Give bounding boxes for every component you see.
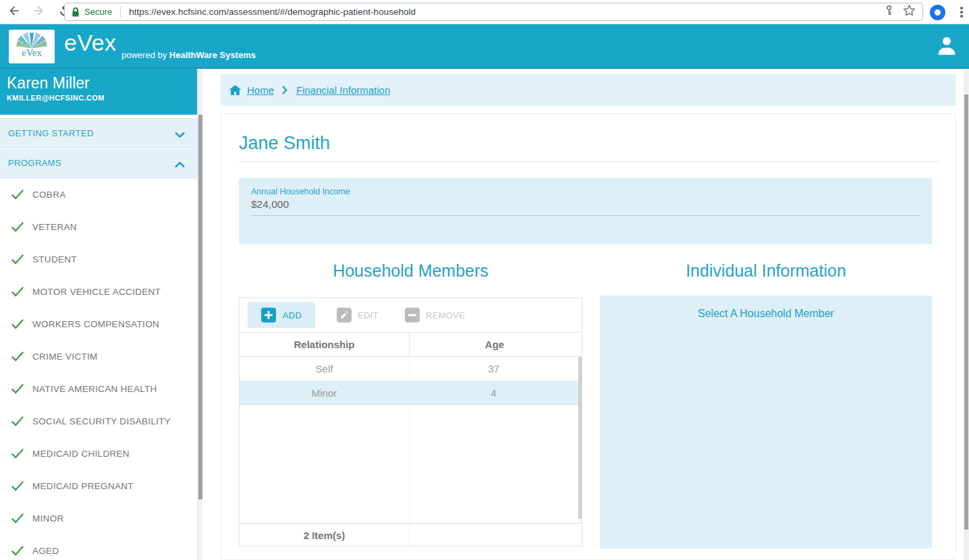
check-icon bbox=[11, 254, 26, 264]
plus-icon bbox=[261, 308, 276, 323]
cell-relationship: Self bbox=[240, 357, 409, 381]
url-divider bbox=[120, 7, 121, 18]
sidebar-item-minor[interactable]: MINOR bbox=[0, 502, 197, 534]
lock-icon bbox=[72, 7, 80, 18]
add-button[interactable]: ADD bbox=[248, 302, 315, 328]
sidebar-item-workers-compensation[interactable]: WORKERS COMPENSATION bbox=[0, 308, 197, 340]
accordion-getting-started[interactable]: GETTING STARTED bbox=[0, 118, 197, 148]
program-label: WORKERS COMPENSATION bbox=[32, 319, 159, 329]
sidebar-item-medicaid-pregnant[interactable]: MEDICAID PREGNANT bbox=[0, 470, 197, 502]
page: Secure https://evex.hcfsinc.com/assessme… bbox=[0, 0, 969, 560]
table-scrollbar-thumb[interactable] bbox=[578, 357, 582, 519]
program-label: COBRA bbox=[32, 190, 66, 200]
program-label: AGED bbox=[32, 546, 59, 556]
cell-age: 37 bbox=[409, 357, 578, 381]
sidebar-scrollbar[interactable] bbox=[197, 69, 202, 560]
forward-button[interactable] bbox=[31, 5, 46, 20]
password-key-icon[interactable] bbox=[883, 5, 895, 19]
table-header-row: Relationship Age bbox=[240, 333, 582, 357]
content-card: Jane Smith Annual Household Income $24,0… bbox=[221, 113, 956, 560]
pencil-icon bbox=[337, 308, 352, 323]
check-icon bbox=[11, 351, 26, 362]
browser-toolbar: Secure https://evex.hcfsinc.com/assessme… bbox=[0, 0, 969, 24]
column-header-age[interactable]: Age bbox=[410, 333, 580, 356]
individual-information-panel: Select A Household Member bbox=[600, 296, 932, 549]
user-email: KMILLER@HCFSINC.COM bbox=[7, 94, 197, 102]
page-scrollbar[interactable] bbox=[964, 69, 969, 560]
cell-age: 4 bbox=[409, 381, 578, 405]
select-member-placeholder: Select A Household Member bbox=[600, 308, 932, 320]
sidebar: Karen Miller KMILLER@HCFSINC.COM GETTING… bbox=[0, 69, 202, 560]
browser-menu-icon[interactable] bbox=[956, 5, 967, 19]
household-members-grid: ADD EDIT REMOVE Relationship Age bbox=[239, 298, 582, 547]
breadcrumb-financial-link[interactable]: Financial Information bbox=[296, 84, 390, 96]
program-label: MEDICAID CHILDREN bbox=[32, 449, 130, 459]
program-list: COBRAVETERANSTUDENTMOTOR VEHICLE ACCIDEN… bbox=[0, 178, 197, 560]
sidebar-item-crime-victim[interactable]: CRIME VICTIM bbox=[0, 340, 197, 372]
home-icon bbox=[229, 84, 242, 96]
user-avatar-icon[interactable] bbox=[934, 33, 960, 59]
sidebar-item-student[interactable]: STUDENT bbox=[0, 243, 197, 275]
edit-button[interactable]: EDIT bbox=[337, 302, 379, 328]
remove-button[interactable]: REMOVE bbox=[405, 302, 465, 328]
minus-icon bbox=[405, 308, 420, 323]
input-underline bbox=[251, 215, 920, 216]
annual-income-input[interactable]: $24,000 bbox=[251, 198, 289, 211]
program-label: STUDENT bbox=[32, 254, 77, 264]
table-row[interactable]: Minor4 bbox=[240, 381, 578, 405]
accordion-label: GETTING STARTED bbox=[8, 128, 94, 138]
check-icon bbox=[11, 383, 26, 394]
forward-arrow-icon bbox=[32, 4, 45, 20]
income-label: Annual Household Income bbox=[251, 187, 350, 196]
check-icon bbox=[11, 545, 26, 556]
back-arrow-icon bbox=[7, 4, 21, 20]
check-icon bbox=[11, 480, 26, 491]
program-label: CRIME VICTIM bbox=[32, 352, 98, 362]
powered-by-text: powered by HealthWare Systems bbox=[121, 50, 256, 60]
sidebar-item-veteran[interactable]: VETERAN bbox=[0, 211, 197, 243]
table-row[interactable]: Self37 bbox=[240, 357, 578, 381]
breadcrumb-chevron-icon bbox=[282, 86, 288, 94]
brand-title: eVex bbox=[64, 30, 117, 56]
sidebar-user-block: Karen Miller KMILLER@HCFSINC.COM bbox=[0, 69, 197, 115]
check-icon bbox=[11, 318, 26, 329]
sidebar-item-cobra[interactable]: COBRA bbox=[0, 178, 197, 211]
table-body: Self37Minor4 bbox=[240, 357, 582, 523]
sidebar-item-aged[interactable]: AGED bbox=[0, 534, 197, 560]
url-text[interactable]: https://evex.hcfsinc.com/assessment/#/de… bbox=[129, 7, 883, 17]
individual-information-title: Individual Information bbox=[600, 261, 932, 281]
sidebar-item-motor-vehicle-accident[interactable]: MOTOR VEHICLE ACCIDENT bbox=[0, 275, 197, 308]
cell-relationship: Minor bbox=[240, 381, 409, 405]
program-label: MINOR bbox=[32, 513, 64, 524]
table-scrollbar[interactable] bbox=[578, 357, 582, 523]
secure-label: Secure bbox=[84, 7, 112, 17]
sidebar-item-native-american-health[interactable]: NATIVE AMERICAN HEALTH bbox=[0, 372, 197, 405]
sidebar-item-medicaid-children[interactable]: MEDICAID CHILDREN bbox=[0, 437, 197, 470]
chevron-down-icon bbox=[175, 130, 185, 140]
page-scrollbar-thumb[interactable] bbox=[964, 94, 968, 530]
program-label: MEDICAID PREGNANT bbox=[32, 481, 134, 491]
divider bbox=[239, 161, 939, 162]
check-icon bbox=[11, 221, 26, 232]
bookmark-star-icon[interactable] bbox=[903, 4, 916, 20]
evex-logo[interactable]: eVex bbox=[9, 30, 55, 63]
breadcrumb: Home Financial Information bbox=[221, 74, 956, 106]
income-panel: Annual Household Income $24,000 bbox=[239, 178, 932, 244]
check-icon bbox=[11, 416, 26, 426]
program-label: NATIVE AMERICAN HEALTH bbox=[32, 384, 157, 394]
user-name: Karen Miller bbox=[7, 74, 197, 92]
item-count: 2 Item(s) bbox=[240, 524, 410, 547]
accordion-programs[interactable]: PROGRAMS bbox=[0, 148, 197, 178]
sidebar-item-social-security-disability[interactable]: SOCIAL SECURITY DISABILITY bbox=[0, 405, 197, 437]
sidebar-scrollbar-thumb[interactable] bbox=[198, 115, 202, 499]
address-bar[interactable]: Secure https://evex.hcfsinc.com/assessme… bbox=[64, 3, 923, 21]
logo-wordmark: eVex bbox=[22, 47, 42, 59]
breadcrumb-home-link[interactable]: Home bbox=[229, 84, 274, 96]
table-footer-row: 2 Item(s) bbox=[240, 523, 582, 547]
check-icon bbox=[11, 286, 26, 297]
column-header-relationship[interactable]: Relationship bbox=[240, 333, 410, 356]
browser-profile-icon[interactable] bbox=[930, 5, 945, 20]
patient-name: Jane Smith bbox=[239, 133, 330, 154]
app-header: eVex eVex powered by HealthWare Systems bbox=[0, 24, 969, 69]
back-button[interactable] bbox=[7, 5, 22, 20]
